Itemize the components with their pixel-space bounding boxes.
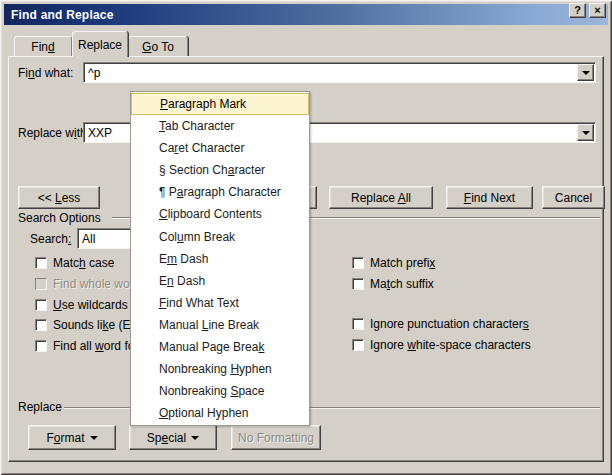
tab-find-label: Find: [31, 40, 54, 54]
window-title: Find and Replace: [11, 8, 114, 22]
menu-item-manual-page-break[interactable]: Manual Page Break: [131, 336, 309, 358]
menu-item-section-character[interactable]: § Section Character: [131, 159, 309, 181]
menu-item-find-what-text[interactable]: Find What Text: [131, 292, 309, 314]
tab-replace[interactable]: Replace: [72, 31, 128, 57]
checkbox-match-suffix[interactable]: Match suffix: [352, 277, 434, 291]
checkbox-box[interactable]: [352, 278, 364, 290]
menu-item-column-break[interactable]: Column Break: [131, 226, 309, 248]
checkbox-label: Match prefix: [370, 256, 435, 270]
find-what-dropdown-button[interactable]: [577, 64, 594, 81]
cancel-button[interactable]: Cancel: [542, 186, 605, 209]
checkbox-box[interactable]: [35, 299, 47, 311]
chevron-down-icon: [582, 71, 590, 75]
menu-item-em-dash[interactable]: Em Dash: [131, 248, 309, 270]
checkbox-label: Match case: [53, 256, 114, 270]
checkbox-box[interactable]: [35, 319, 47, 331]
checkbox-label: Match suffix: [370, 277, 434, 291]
special-button-label: Special: [147, 431, 186, 445]
menu-item-nonbreaking-hyphen[interactable]: Nonbreaking Hyphen: [131, 358, 309, 380]
menu-item-paragraph-character[interactable]: ¶ Paragraph Character: [131, 181, 309, 203]
checkbox-match-prefix[interactable]: Match prefix: [352, 256, 435, 270]
tab-goto-label: Go To: [142, 40, 174, 54]
find-next-button[interactable]: Find Next: [446, 186, 533, 209]
less-button[interactable]: << Less: [18, 186, 100, 209]
tab-find[interactable]: Find: [14, 36, 72, 57]
menu-item-manual-line-break[interactable]: Manual Line Break: [131, 314, 309, 336]
menu-item-caret-character[interactable]: Caret Character: [131, 137, 309, 159]
tab-replace-label: Replace: [78, 38, 122, 52]
menu-item-paragraph-mark[interactable]: Paragraph Mark: [131, 93, 309, 115]
find-what-input[interactable]: ^p: [83, 62, 596, 83]
checkbox-use-wildcards[interactable]: Use wildcards: [35, 298, 128, 312]
no-formatting-button-label: No Formatting: [238, 431, 314, 445]
find-next-button-label: Find Next: [464, 191, 515, 205]
checkbox-match-case[interactable]: Match case: [35, 256, 114, 270]
replace-group-label: Replace: [18, 400, 62, 414]
cancel-button-label: Cancel: [555, 191, 592, 205]
replace-with-label: Replace with:: [18, 126, 90, 140]
checkbox-box[interactable]: [352, 257, 364, 269]
format-button[interactable]: Format: [28, 425, 116, 450]
replace-all-button[interactable]: Replace All: [329, 186, 433, 209]
find-what-value: ^p: [88, 66, 100, 80]
checkbox-box[interactable]: [352, 318, 364, 330]
menu-item-optional-hyphen[interactable]: Optional Hyphen: [131, 402, 309, 424]
special-button[interactable]: Special: [129, 425, 217, 450]
checkbox-label: Ignore white-space characters: [370, 338, 531, 352]
checkbox-label: Use wildcards: [53, 298, 128, 312]
no-formatting-button: No Formatting: [231, 425, 321, 450]
tab-goto[interactable]: Go To: [128, 36, 188, 57]
search-direction-value: All: [82, 232, 95, 246]
format-button-label: Format: [46, 431, 84, 445]
less-button-label: << Less: [38, 191, 81, 205]
find-and-replace-dialog: Find and Replace ? × Find Replace Go To …: [0, 0, 612, 475]
special-menu: Paragraph Mark Tab Character Caret Chara…: [130, 91, 310, 426]
close-icon[interactable]: ×: [589, 3, 606, 18]
checkbox-box: [35, 278, 47, 290]
menu-item-tab-character[interactable]: Tab Character: [131, 115, 309, 137]
chevron-down-icon: [191, 436, 199, 440]
checkbox-box[interactable]: [352, 339, 364, 351]
menu-item-clipboard-contents[interactable]: Clipboard Contents: [131, 203, 309, 225]
search-direction-label: Search:: [30, 232, 71, 246]
chevron-down-icon: [90, 436, 98, 440]
search-options-group-label: Search Options: [18, 211, 101, 225]
replace-with-dropdown-button[interactable]: [577, 124, 594, 141]
checkbox-box[interactable]: [35, 340, 47, 352]
checkbox-label: Ignore punctuation characters: [370, 317, 529, 331]
checkbox-ignore-punctuation[interactable]: Ignore punctuation characters: [352, 317, 529, 331]
replace-with-value: XXP: [88, 126, 112, 140]
menu-item-en-dash[interactable]: En Dash: [131, 270, 309, 292]
replace-all-button-label: Replace All: [351, 191, 411, 205]
help-icon[interactable]: ?: [569, 3, 586, 18]
menu-item-nonbreaking-space[interactable]: Nonbreaking Space: [131, 380, 309, 402]
chevron-down-icon: [582, 131, 590, 135]
find-what-label: Find what:: [18, 66, 73, 80]
title-bar[interactable]: Find and Replace: [4, 4, 608, 25]
checkbox-ignore-whitespace[interactable]: Ignore white-space characters: [352, 338, 531, 352]
checkbox-box[interactable]: [35, 257, 47, 269]
